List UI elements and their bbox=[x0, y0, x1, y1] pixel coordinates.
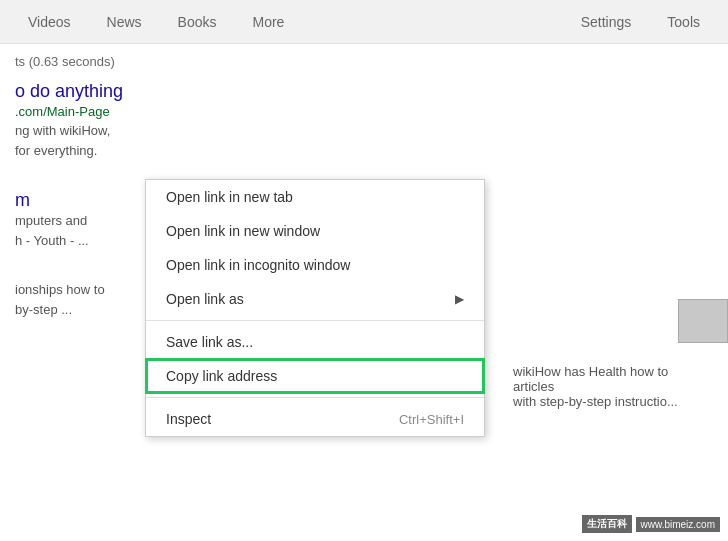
result-title-1[interactable]: o do anything bbox=[15, 81, 713, 102]
context-menu-save-link[interactable]: Save link as... bbox=[146, 325, 484, 359]
context-menu-separator-2 bbox=[146, 397, 484, 398]
nav-item-settings[interactable]: Settings bbox=[563, 0, 650, 44]
nav-item-more[interactable]: More bbox=[235, 0, 303, 44]
right-snippets: wikiHow has Health how to articles with … bbox=[513, 364, 713, 409]
watermark-url: www.bimeiz.com bbox=[636, 517, 720, 532]
result-snippet-1: ng with wikiHow, for everything. bbox=[15, 121, 713, 160]
context-menu: Open link in new tab Open link in new wi… bbox=[145, 179, 485, 437]
watermark: 生活百科 www.bimeiz.com bbox=[582, 515, 720, 533]
nav-item-news[interactable]: News bbox=[89, 0, 160, 44]
context-menu-open-new-tab[interactable]: Open link in new tab bbox=[146, 180, 484, 214]
nav-item-books[interactable]: Books bbox=[160, 0, 235, 44]
search-result-1: o do anything .com/Main-Page ng with wik… bbox=[15, 81, 713, 160]
context-menu-open-link-as[interactable]: Open link as ▶ bbox=[146, 282, 484, 316]
nav-item-tools[interactable]: Tools bbox=[649, 0, 718, 44]
search-results-area: ts (0.63 seconds) o do anything .com/Mai… bbox=[0, 44, 728, 541]
nav-item-videos[interactable]: Videos bbox=[10, 0, 89, 44]
watermark-icons: 生活百科 bbox=[582, 515, 632, 533]
context-menu-open-incognito[interactable]: Open link in incognito window bbox=[146, 248, 484, 282]
context-menu-inspect[interactable]: Inspect Ctrl+Shift+I bbox=[146, 402, 484, 436]
top-navigation: Videos News Books More Settings Tools bbox=[0, 0, 728, 44]
context-menu-copy-link[interactable]: Copy link address bbox=[146, 359, 484, 393]
context-menu-separator-1 bbox=[146, 320, 484, 321]
results-count: ts (0.63 seconds) bbox=[15, 54, 713, 69]
result-url-1: .com/Main-Page bbox=[15, 104, 713, 119]
context-menu-open-new-window[interactable]: Open link in new window bbox=[146, 214, 484, 248]
submenu-arrow-icon: ▶ bbox=[455, 292, 464, 306]
decorative-box bbox=[678, 299, 728, 343]
